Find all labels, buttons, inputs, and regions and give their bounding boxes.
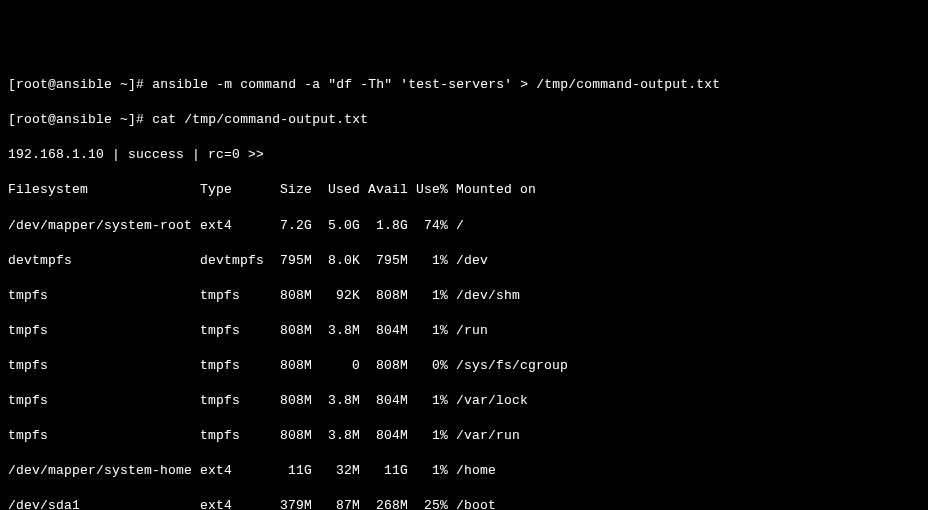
prompt-symbol: # (136, 112, 144, 127)
df-row: tmpfs tmpfs 808M 0 808M 0% /sys/fs/cgrou… (8, 357, 920, 375)
host-status: success (128, 147, 184, 162)
df-row: /dev/mapper/system-root ext4 7.2G 5.0G 1… (8, 217, 920, 235)
df-row: tmpfs tmpfs 808M 92K 808M 1% /dev/shm (8, 287, 920, 305)
prompt-line-1: [root@ansible ~]# ansible -m command -a … (8, 76, 920, 94)
prompt-host: ansible (56, 77, 112, 92)
df-row: tmpfs tmpfs 808M 3.8M 804M 1% /run (8, 322, 920, 340)
prompt-line-2: [root@ansible ~]# cat /tmp/command-outpu… (8, 111, 920, 129)
command-text: cat /tmp/command-output.txt (152, 112, 368, 127)
shell-prompt: [root@ansible ~]# (8, 77, 144, 92)
host-rc: rc=0 (208, 147, 240, 162)
df-header: Filesystem Type Size Used Avail Use% Mou… (8, 181, 920, 199)
df-row: devtmpfs devtmpfs 795M 8.0K 795M 1% /dev (8, 252, 920, 270)
prompt-user: root (16, 112, 48, 127)
host-header-1: 192.168.1.10 | success | rc=0 >> (8, 146, 920, 164)
prompt-symbol: # (136, 77, 144, 92)
host-marker: >> (248, 147, 264, 162)
df-row: tmpfs tmpfs 808M 3.8M 804M 1% /var/lock (8, 392, 920, 410)
shell-prompt: [root@ansible ~]# (8, 112, 144, 127)
prompt-dir: ~ (120, 112, 128, 127)
df-row: /dev/mapper/system-home ext4 11G 32M 11G… (8, 462, 920, 480)
df-row: /dev/sda1 ext4 379M 87M 268M 25% /boot (8, 497, 920, 510)
prompt-user: root (16, 77, 48, 92)
df-row: tmpfs tmpfs 808M 3.8M 804M 1% /var/run (8, 427, 920, 445)
prompt-dir: ~ (120, 77, 128, 92)
command-text: ansible -m command -a "df -Th" 'test-ser… (152, 77, 720, 92)
prompt-host: ansible (56, 112, 112, 127)
host-ip: 192.168.1.10 (8, 147, 104, 162)
